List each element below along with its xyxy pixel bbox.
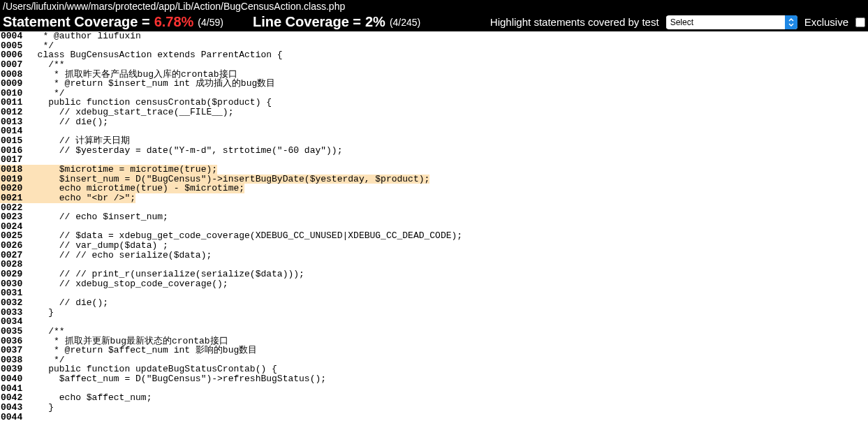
test-select-value[interactable]: Select [666,16,785,29]
code-line: 0025 // $data = xdebug_get_code_coverage… [0,231,868,241]
line-number: 0026 [0,241,27,251]
code-content: $microtime = microtime(true); [27,165,217,175]
code-content [27,260,868,270]
code-line: 0017 [0,155,868,165]
line-number: 0042 [0,393,27,403]
code-content: $insert_num = D("BugCensus")->insertBugB… [27,175,429,184]
code-content: echo microtime(true) - $microtime; [27,184,244,193]
code-line: 0034 [0,317,868,327]
code-line: 0041 [0,384,868,394]
exclusive-checkbox[interactable] [855,17,865,27]
code-line: 0037 * @return $affect_num int 影响的bug数目 [0,346,868,355]
line-number: 0040 [0,374,27,384]
line-number: 0031 [0,288,27,298]
file-path: /Users/liufuxin/www/mars/protected/app/L… [0,0,868,13]
line-number: 0019 [0,175,27,184]
line-number: 0022 [0,203,27,213]
line-number: 0006 [0,50,27,60]
code-line: 0008 * 抓取昨天各产品线bug入库的crontab接口 [0,70,868,80]
line-coverage-ratio: (4/245) [390,17,420,28]
code-content [27,155,868,165]
code-line: 0005 */ [0,41,868,51]
code-content: // die(); [27,117,868,127]
test-selector[interactable]: Select [666,15,797,29]
line-number: 0024 [0,222,27,232]
line-number: 0033 [0,308,27,318]
code-line: 0019 $insert_num = D("BugCensus")->inser… [0,175,868,184]
line-number: 0041 [0,384,27,394]
line-number: 0018 [0,165,27,175]
code-content: // xdebug_start_trace(__FILE__); [27,108,868,117]
line-coverage-label: Line Coverage = [253,14,361,30]
line-number: 0038 [0,355,27,365]
code-line: 0043 } [0,403,868,413]
code-line: 0040 $affect_num = D("BugCensus")->refre… [0,374,868,384]
code-line: 0032 // die(); [0,298,868,308]
code-content: // 计算昨天日期 [27,136,868,146]
code-content: class BugCensusAction extends ParrentAct… [27,50,868,60]
line-number: 0035 [0,327,27,337]
line-number: 0032 [0,298,27,308]
code-content: * 抓取昨天各产品线bug入库的crontab接口 [27,70,868,80]
code-line: 0027 // // echo serialize($data); [0,251,868,260]
code-line: 0021 echo "<br />"; [0,193,868,203]
code-line: 0030 // xdebug_stop_code_coverage(); [0,279,868,289]
code-content: public function censusCrontab($product) … [27,98,868,108]
code-content [27,413,868,422]
code-content: * @return $insert_num int 成功插入的bug数目 [27,79,868,89]
line-number: 0029 [0,270,27,279]
chevron-updown-icon [785,15,797,29]
code-content: // $yesterday = date("Y-m-d", strtotime(… [27,146,868,156]
code-content: // die(); [27,298,868,308]
code-content: // $data = xdebug_get_code_coverage(XDEB… [27,231,868,241]
line-number: 0043 [0,403,27,413]
code-content: } [27,403,868,413]
code-line: 0026 // var_dump($data) ; [0,241,868,251]
line-number: 0004 [0,31,27,41]
code-line: 0023 // echo $insert_num; [0,212,868,222]
line-number: 0037 [0,346,27,355]
code-content: echo "<br />"; [27,193,135,203]
line-number: 0030 [0,279,27,289]
line-number: 0015 [0,136,27,146]
code-line: 0013 // die(); [0,117,868,127]
line-number: 0020 [0,184,27,193]
code-content: /** [27,327,868,337]
line-number: 0039 [0,364,27,374]
line-number: 0017 [0,155,27,165]
code-line: 0014 [0,126,868,136]
coverage-header: Statement Coverage = 6.78% (4/59) Line C… [0,13,868,31]
code-content: } [27,308,868,318]
line-number: 0014 [0,126,27,136]
code-content [27,384,868,394]
code-line: 0024 [0,222,868,232]
code-line: 0012 // xdebug_start_trace(__FILE__); [0,108,868,117]
code-content: // var_dump($data) ; [27,241,868,251]
code-content [27,203,868,213]
line-number: 0025 [0,231,27,241]
code-content: * @return $affect_num int 影响的bug数目 [27,346,868,355]
code-content: // // print_r(unserialize(serialize($dat… [27,270,868,279]
code-line: 0015 // 计算昨天日期 [0,136,868,146]
statement-coverage-value: 6.78% [154,14,194,30]
code-line: 0004 * @author liufuxin [0,31,868,41]
code-content: */ [27,89,868,98]
line-number: 0027 [0,251,27,260]
code-line: 0039 public function updateBugStatusCron… [0,364,868,374]
line-number: 0044 [0,413,27,422]
statement-coverage-label: Statement Coverage = [3,14,150,30]
code-line: 0009 * @return $insert_num int 成功插入的bug数… [0,79,868,89]
code-content: /** [27,60,868,70]
code-content [27,222,868,232]
code-line: 0042 echo $affect_num; [0,393,868,403]
code-line: 0033 } [0,308,868,318]
statement-coverage-ratio: (4/59) [198,17,223,28]
line-number: 0013 [0,117,27,127]
code-content: * 抓取并更新bug最新状态的crontab接口 [27,337,868,346]
code-line: 0044 [0,413,868,422]
code-content [27,317,868,327]
code-line: 0036 * 抓取并更新bug最新状态的crontab接口 [0,337,868,346]
code-line: 0029 // // print_r(unserialize(serialize… [0,270,868,279]
code-content: */ [27,41,868,51]
code-line: 0022 [0,203,868,213]
